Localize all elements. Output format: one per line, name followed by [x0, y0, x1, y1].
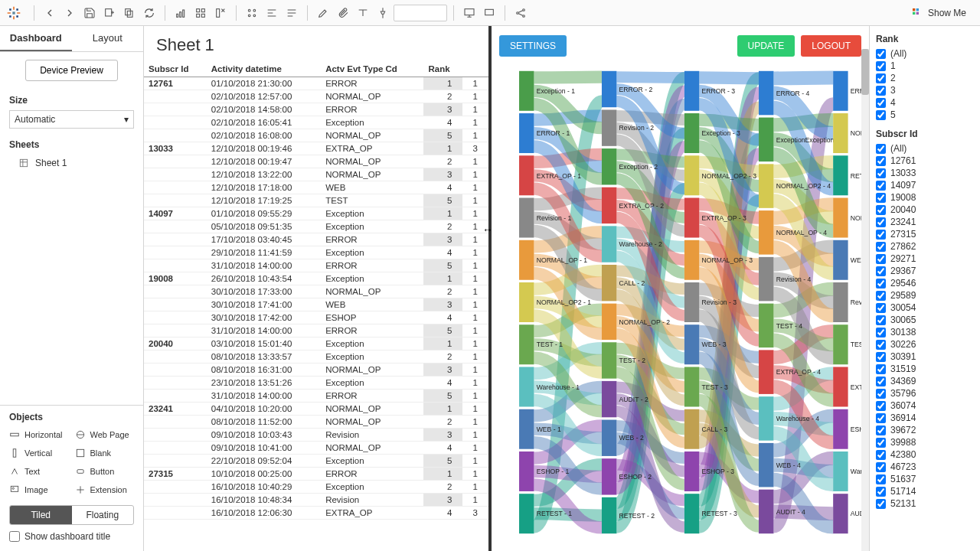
- swap-icon[interactable]: [172, 4, 190, 22]
- table-row[interactable]: 02/10/2018 12:57:00NORMAL_OP21: [144, 90, 488, 103]
- highlight-icon[interactable]: [314, 4, 332, 22]
- update-button[interactable]: UPDATE: [737, 35, 795, 57]
- logout-button[interactable]: LOGOUT: [801, 35, 861, 57]
- filter-item[interactable]: 39672: [876, 424, 974, 436]
- col-header[interactable]: Actv Evt Type Cd: [321, 61, 423, 77]
- table-row[interactable]: 1900826/10/2018 10:43:54Exception11: [144, 272, 488, 285]
- table-row[interactable]: 12/10/2018 17:18:00WEB41: [144, 181, 488, 194]
- sankey-node[interactable]: [602, 109, 616, 145]
- table-row[interactable]: 02/10/2018 16:08:00NORMAL_OP51: [144, 129, 488, 142]
- sankey-node[interactable]: [833, 452, 848, 491]
- filter-item[interactable]: 5: [876, 109, 974, 121]
- filter-item[interactable]: 51714: [876, 485, 974, 497]
- sankey-node[interactable]: [759, 164, 773, 208]
- sankey-node[interactable]: [759, 443, 773, 487]
- sankey-node[interactable]: [833, 113, 848, 153]
- filter-item[interactable]: (All): [876, 47, 974, 60]
- sankey-node[interactable]: [602, 458, 616, 494]
- size-select[interactable]: Automatic▾: [9, 110, 134, 129]
- sankey-node[interactable]: [684, 324, 699, 364]
- sankey-node[interactable]: [684, 367, 699, 406]
- table-row[interactable]: 2731510/10/2018 00:25:00ERROR11: [144, 468, 488, 481]
- filter-item[interactable]: 46723: [876, 461, 974, 473]
- sankey-node[interactable]: [519, 452, 534, 491]
- filter-item[interactable]: 27315: [876, 228, 974, 240]
- filter-item[interactable]: 34369: [876, 375, 974, 387]
- sankey-node[interactable]: [684, 452, 699, 491]
- table-row[interactable]: 1276101/10/2018 21:30:00ERROR11: [144, 77, 488, 90]
- filter-item[interactable]: 30391: [876, 350, 974, 363]
- filter-item[interactable]: 51637: [876, 473, 974, 485]
- filter-item[interactable]: 29271: [876, 253, 974, 265]
- table-row[interactable]: 1409701/10/2018 09:55:29Exception11: [144, 207, 488, 220]
- col-header[interactable]: Rank: [423, 61, 462, 77]
- show-title-checkbox[interactable]: Show dashboard title: [9, 525, 134, 545]
- filter-item[interactable]: 1: [876, 60, 974, 72]
- sankey-node[interactable]: [602, 148, 616, 184]
- object-text[interactable]: Text: [9, 464, 69, 479]
- sankey-node[interactable]: [759, 350, 773, 394]
- table-row[interactable]: 12/10/2018 13:22:00NORMAL_OP31: [144, 168, 488, 181]
- sankey-node[interactable]: [759, 210, 773, 255]
- table-row[interactable]: 08/10/2018 13:33:57Exception21: [144, 350, 488, 364]
- sankey-node[interactable]: [602, 71, 616, 107]
- filter-item[interactable]: 30138: [876, 326, 974, 338]
- table-row[interactable]: 02/10/2018 16:05:41Exception41: [144, 116, 488, 129]
- sort-desc-icon[interactable]: [211, 4, 230, 22]
- sankey-node[interactable]: [602, 497, 616, 533]
- table-row[interactable]: 08/10/2018 16:31:00NORMAL_OP31: [144, 364, 488, 377]
- sankey-node[interactable]: [684, 155, 699, 195]
- filter-item[interactable]: 29546: [876, 277, 974, 289]
- filter-item[interactable]: 39988: [876, 436, 974, 448]
- sankey-flow[interactable]: [773, 77, 833, 78]
- tab-layout[interactable]: Layout: [72, 26, 144, 51]
- sankey-node[interactable]: [684, 113, 699, 153]
- table-row[interactable]: 12/10/2018 00:19:47NORMAL_OP21: [144, 155, 488, 168]
- toolbar-search[interactable]: [394, 5, 447, 21]
- pin-icon[interactable]: [374, 4, 392, 22]
- table-row[interactable]: 02/10/2018 14:58:00ERROR31: [144, 103, 488, 116]
- filter-item[interactable]: 4: [876, 96, 974, 109]
- sankey-flow[interactable]: [534, 77, 602, 78]
- filter-item[interactable]: 35796: [876, 387, 974, 399]
- col-header[interactable]: Activity datetime: [207, 61, 321, 77]
- sankey-node[interactable]: [684, 198, 699, 238]
- sankey-node[interactable]: [519, 155, 534, 195]
- device-preview-button[interactable]: Device Preview: [25, 60, 118, 81]
- filter-item[interactable]: 2: [876, 72, 974, 84]
- filter-item[interactable]: (All): [876, 142, 974, 155]
- object-extension[interactable]: Extension: [75, 482, 135, 497]
- table-row[interactable]: 16/10/2018 10:40:29Exception21: [144, 481, 488, 494]
- filter-item[interactable]: 20040: [876, 204, 974, 216]
- filter-item[interactable]: 3: [876, 84, 974, 96]
- sankey-node[interactable]: [602, 265, 616, 301]
- sankey-flow[interactable]: [616, 77, 684, 78]
- sankey-node[interactable]: [684, 71, 699, 111]
- object-horizontal[interactable]: Horizontal: [9, 427, 69, 442]
- table-row[interactable]: 2004003/10/2018 15:01:40Exception11: [144, 337, 488, 350]
- sankey-node[interactable]: [833, 367, 848, 406]
- sankey-node[interactable]: [519, 367, 534, 406]
- filter-item[interactable]: 36914: [876, 412, 974, 424]
- sankey-node[interactable]: [759, 396, 773, 441]
- filter-item[interactable]: 13033: [876, 167, 974, 179]
- filter-item[interactable]: 30054: [876, 302, 974, 314]
- filter-item[interactable]: 31519: [876, 363, 974, 375]
- table-row[interactable]: 08/10/2018 11:52:00NORMAL_OP21: [144, 416, 488, 429]
- table-row[interactable]: 31/10/2018 14:00:00ERROR51: [144, 324, 488, 337]
- table-row[interactable]: 30/10/2018 17:42:00ESHOP41: [144, 311, 488, 324]
- sankey-node[interactable]: [519, 324, 534, 364]
- back-icon[interactable]: [41, 4, 59, 22]
- sankey-node[interactable]: [833, 240, 848, 280]
- sankey-node[interactable]: [759, 304, 773, 348]
- refresh-icon[interactable]: [140, 4, 158, 22]
- sankey-node[interactable]: [684, 409, 699, 449]
- show-me-button[interactable]: Show Me: [903, 4, 974, 22]
- sankey-node[interactable]: [519, 240, 534, 280]
- object-image[interactable]: Image: [9, 482, 69, 497]
- object-vertical[interactable]: Vertical: [9, 445, 69, 461]
- tile-mode-segment[interactable]: Tiled Floating: [9, 505, 134, 525]
- sankey-node[interactable]: [833, 324, 848, 364]
- sankey-node[interactable]: [602, 381, 616, 417]
- table-row[interactable]: 31/10/2018 14:00:00ERROR51: [144, 390, 488, 403]
